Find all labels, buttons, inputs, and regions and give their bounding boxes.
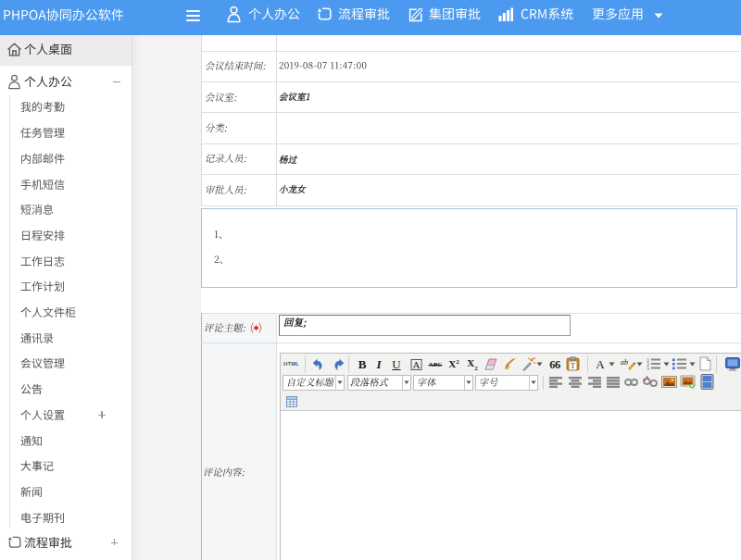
svg-text:ab: ab	[621, 358, 628, 367]
svg-text:T: T	[571, 362, 575, 370]
svg-text:3: 3	[647, 367, 649, 370]
